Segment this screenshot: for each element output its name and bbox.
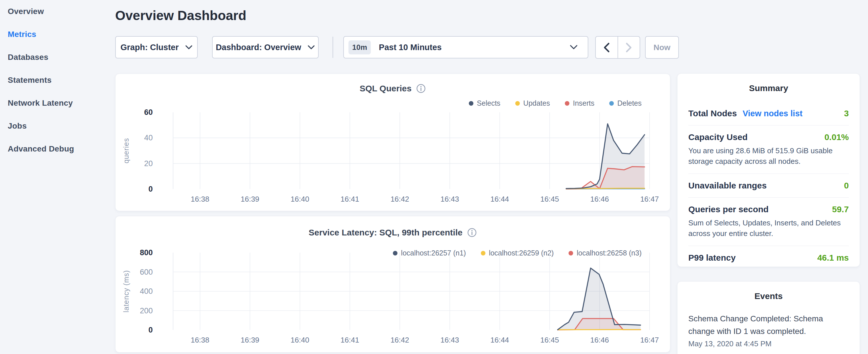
graph-dropdown[interactable]: Graph: Cluster: [115, 36, 198, 58]
dashboard-dropdown-label: Dashboard: Overview: [216, 43, 301, 52]
svg-text:16:39: 16:39: [241, 195, 259, 203]
svg-text:16:38: 16:38: [191, 195, 209, 203]
svg-text:16:42: 16:42: [391, 195, 409, 203]
summary-label: Unavailable ranges: [688, 181, 767, 190]
svg-text:800: 800: [140, 248, 153, 257]
page-title: Overview Dashboard: [115, 7, 246, 24]
svg-text:600: 600: [140, 268, 153, 277]
summary-value: 59.7: [832, 204, 849, 214]
service-latency-chart-plot[interactable]: 16:3816:3916:4016:4116:4216:4316:4416:45…: [116, 216, 671, 353]
svg-text:16:43: 16:43: [440, 195, 459, 203]
summary-label: P99 latency: [688, 253, 736, 263]
svg-text:16:44: 16:44: [490, 336, 509, 344]
svg-text:queries: queries: [122, 138, 130, 164]
sql-queries-chart-plot[interactable]: 16:3816:3916:4016:4116:4216:4316:4416:45…: [116, 74, 671, 212]
svg-text:16:42: 16:42: [391, 336, 409, 344]
now-button[interactable]: Now: [645, 36, 679, 59]
summary-value: 0: [844, 181, 849, 190]
sidebar-item-network-latency[interactable]: Network Latency: [0, 92, 115, 115]
svg-text:0: 0: [149, 185, 153, 193]
svg-text:60: 60: [144, 108, 153, 117]
sidebar-item-jobs[interactable]: Jobs: [0, 115, 115, 137]
summary-label: Queries per second: [688, 204, 769, 214]
sidebar-item-metrics[interactable]: Metrics: [0, 23, 115, 46]
summary-panel: Summary Total NodesView nodes list3Capac…: [677, 73, 860, 267]
svg-text:16:44: 16:44: [490, 195, 509, 203]
dashboard-dropdown[interactable]: Dashboard: Overview: [212, 36, 319, 58]
chevron-down-icon: [308, 45, 315, 50]
svg-text:16:45: 16:45: [540, 336, 559, 344]
svg-text:200: 200: [140, 307, 153, 315]
summary-description: Sum of Selects, Updates, Inserts, and De…: [688, 218, 849, 239]
time-range-label: Past 10 Minutes: [379, 43, 442, 52]
svg-text:16:40: 16:40: [290, 195, 309, 203]
summary-label: Total Nodes: [688, 108, 737, 118]
service-latency-chart-card: Service Latency: SQL, 99th percentile lo…: [115, 216, 670, 353]
chevron-down-icon: [569, 45, 578, 50]
time-pager: [595, 36, 640, 59]
chevron-left-icon: [602, 41, 612, 54]
sidebar-item-statements[interactable]: Statements: [0, 69, 115, 92]
summary-row-unavailable-ranges: Unavailable ranges0: [688, 181, 849, 190]
svg-text:16:41: 16:41: [340, 195, 359, 203]
events-title: Events: [688, 291, 849, 301]
summary-value: 46.1 ms: [817, 253, 849, 263]
view-nodes-list-link[interactable]: View nodes list: [743, 108, 802, 118]
events-panel: Events Schema Change Completed: Schema c…: [677, 281, 860, 354]
sql-queries-chart-card: SQL Queries SelectsUpdatesInsertsDeletes…: [115, 74, 670, 211]
page: OverviewMetricsDatabasesStatementsNetwor…: [0, 0, 868, 354]
toolbar-divider: [333, 37, 333, 58]
event-text: Schema Change Completed: Schema change w…: [688, 313, 849, 338]
svg-text:16:47: 16:47: [640, 336, 659, 344]
summary-row-total-nodes: Total NodesView nodes list3: [688, 108, 849, 118]
svg-text:16:46: 16:46: [590, 195, 609, 203]
sidebar-item-overview[interactable]: Overview: [0, 0, 115, 23]
svg-text:16:47: 16:47: [640, 195, 659, 203]
summary-value: 0.01%: [825, 132, 849, 142]
chevron-right-icon: [624, 41, 633, 54]
svg-text:0: 0: [149, 326, 153, 334]
summary-label: Capacity Used: [688, 132, 748, 142]
graph-dropdown-label: Graph: Cluster: [120, 43, 179, 52]
sidebar: OverviewMetricsDatabasesStatementsNetwor…: [0, 0, 115, 354]
time-prev-button[interactable]: [596, 37, 618, 58]
time-next-button[interactable]: [618, 37, 640, 58]
summary-divider: [688, 173, 849, 174]
chevron-down-icon: [185, 45, 192, 50]
summary-description: You are using 28.6 MiB of 515.9 GiB usab…: [688, 146, 849, 167]
time-range-badge: 10m: [348, 40, 371, 55]
svg-text:16:41: 16:41: [340, 336, 359, 344]
sidebar-item-advanced-debug[interactable]: Advanced Debug: [0, 137, 115, 160]
svg-text:16:46: 16:46: [590, 336, 609, 344]
svg-text:40: 40: [144, 133, 153, 142]
summary-value: 3: [844, 108, 849, 118]
svg-text:16:40: 16:40: [290, 336, 309, 344]
summary-row-queries-per-second: Queries per second59.7Sum of Selects, Up…: [688, 204, 849, 239]
svg-text:20: 20: [144, 159, 153, 168]
summary-row-capacity-used: Capacity Used0.01%You are using 28.6 MiB…: [688, 132, 849, 167]
svg-text:16:38: 16:38: [191, 336, 209, 344]
svg-text:16:39: 16:39: [241, 336, 259, 344]
event-timestamp: May 13, 2020 at 4:45 PM: [688, 340, 849, 348]
svg-text:latency (ms): latency (ms): [122, 270, 130, 313]
svg-text:16:45: 16:45: [540, 195, 559, 203]
summary-row-p99-latency: P99 latency46.1 ms: [688, 253, 849, 263]
svg-text:400: 400: [140, 287, 153, 296]
sidebar-item-databases[interactable]: Databases: [0, 46, 115, 69]
summary-divider: [688, 197, 849, 198]
summary-title: Summary: [688, 83, 849, 93]
time-range-selector[interactable]: 10m Past 10 Minutes: [343, 36, 588, 58]
svg-text:16:43: 16:43: [440, 336, 459, 344]
